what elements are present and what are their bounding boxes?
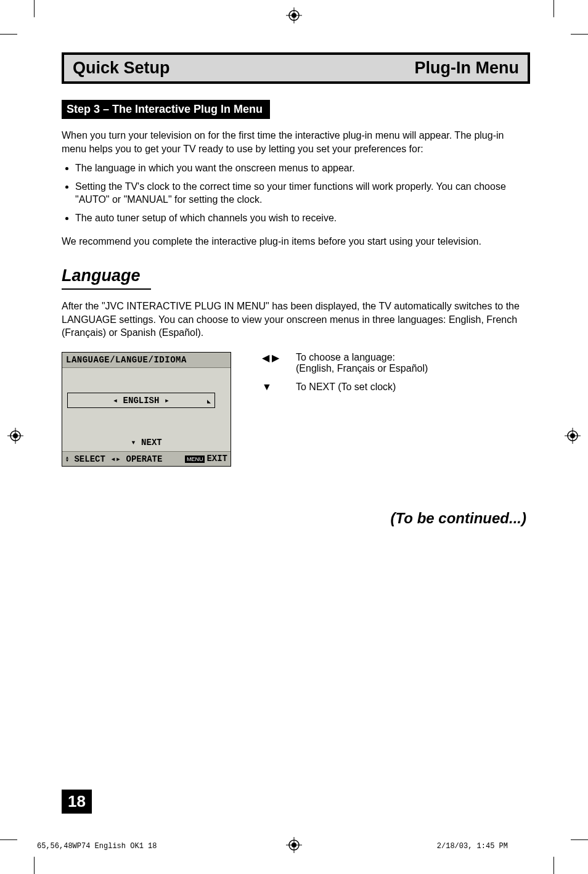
osd-exit-label: EXIT (206, 454, 227, 464)
osd-panel: LANGUAGE/LANGUE/IDIOMA ◂ ENGLISH ▸ ◣ ▾ N… (62, 352, 231, 467)
left-right-arrows-icon: ◀ ▶ (262, 352, 296, 374)
osd-select-label: SELECT (74, 454, 105, 464)
title-left: Quick Setup (73, 59, 170, 78)
crop-mark (553, 857, 554, 874)
intro-paragraph: When you turn your television on for the… (62, 129, 530, 155)
footer-left: 65,56,48WP74 English OK1 18 (37, 842, 157, 851)
leftright-icon: ◂▸ (110, 454, 121, 464)
step-header: Step 3 – The Interactive Plug In Menu (62, 100, 270, 119)
section-body: After the "JVC INTERACTIVE PLUG IN MENU"… (62, 300, 530, 340)
osd-footer: ▴▾ SELECT ◂▸ OPERATE MENUEXIT (62, 451, 231, 466)
instruction-line: To choose a language: (296, 352, 428, 363)
bullet-list: The language in which you want the onscr… (62, 161, 530, 224)
list-item: The language in which you want the onscr… (75, 161, 530, 175)
osd-header: LANGUAGE/LANGUE/IDIOMA (62, 353, 231, 368)
registration-mark-icon (286, 837, 302, 856)
continued-text: (To be continued...) (62, 510, 530, 527)
osd-body: ◂ ENGLISH ▸ ◣ ▾ NEXT (62, 368, 231, 451)
osd-next-label: NEXT (141, 438, 162, 447)
triangle-down-icon: ▾ (131, 438, 136, 447)
instruction-text: To NEXT (To set clock) (296, 382, 396, 393)
osd-language-field: ◂ ENGLISH ▸ ◣ (67, 393, 215, 408)
title-bar: Quick Setup Plug-In Menu (62, 52, 530, 84)
menu-tag: MENU (185, 455, 205, 463)
osd-next: ▾ NEXT (62, 437, 231, 447)
crop-mark (0, 34, 17, 35)
osd-field-value: ENGLISH (123, 396, 160, 406)
instruction-line: (English, Français or Español) (296, 363, 428, 374)
section-heading: Language (62, 266, 141, 288)
crop-mark (34, 0, 35, 17)
updown-icon: ▴▾ (65, 456, 69, 462)
instructions: ◀ ▶ To choose a language: (English, Fran… (262, 352, 530, 400)
crop-mark (571, 34, 588, 35)
registration-mark-icon (286, 7, 302, 26)
outro-paragraph: We recommend you complete the interactiv… (62, 235, 530, 248)
title-right: Plug-In Menu (415, 59, 519, 78)
registration-mark-icon (565, 428, 581, 446)
osd-footer-left: ▴▾ SELECT ◂▸ OPERATE (65, 454, 162, 464)
section-underline (62, 288, 151, 290)
triangle-right-icon: ▸ (165, 396, 169, 406)
list-item: Setting the TV's clock to the correct ti… (75, 180, 530, 206)
osd-operate-label: OPERATE (126, 454, 163, 464)
triangle-left-icon: ◂ (113, 396, 118, 406)
crop-mark (571, 839, 588, 840)
footer-right: 2/18/03, 1:45 PM (437, 842, 508, 851)
crop-mark (0, 839, 17, 840)
registration-mark-icon (7, 428, 23, 446)
list-item: The auto tuner setup of which channels y… (75, 211, 530, 225)
crop-mark (34, 857, 35, 874)
osd-footer-right: MENUEXIT (185, 454, 227, 464)
down-arrow-icon: ▼ (262, 382, 296, 393)
page-number: 18 (62, 790, 92, 814)
corner-arrow-icon: ◣ (207, 398, 211, 405)
crop-mark (553, 0, 554, 17)
instruction-text: To choose a language: (English, Français… (296, 352, 428, 374)
